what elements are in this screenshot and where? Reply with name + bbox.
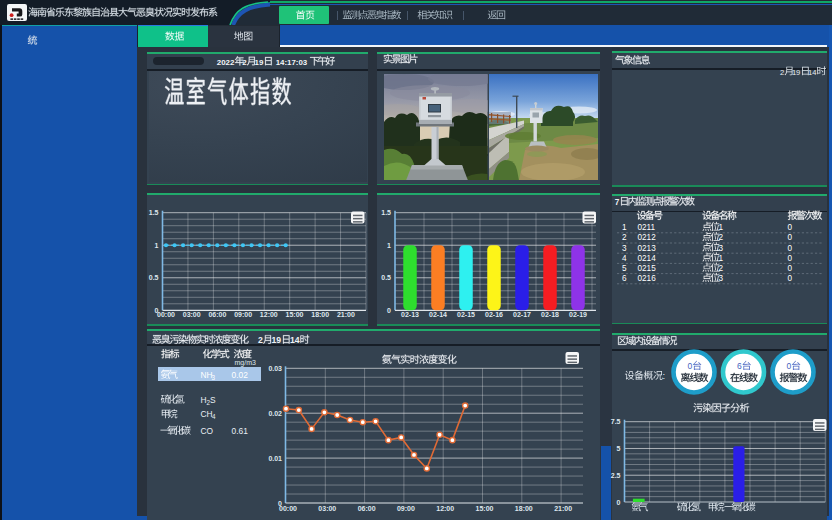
svg-text:0: 0 [788, 264, 793, 273]
svg-text:2: 2 [258, 335, 263, 345]
svg-text:18:00: 18:00 [515, 505, 533, 512]
svg-text:2022: 2022 [217, 58, 235, 67]
svg-text:12:00: 12:00 [260, 311, 278, 318]
svg-text:0215: 0215 [638, 264, 657, 273]
svg-text:0: 0 [617, 499, 621, 506]
svg-text:19: 19 [792, 68, 800, 77]
svg-text:6: 6 [737, 361, 742, 371]
svg-text:S: S [210, 395, 216, 405]
svg-text:19: 19 [255, 58, 264, 67]
svg-text:06:00: 06:00 [208, 311, 226, 318]
svg-text:02-15: 02-15 [457, 311, 475, 318]
svg-text:03:00: 03:00 [318, 505, 336, 512]
svg-text:3: 3 [718, 244, 723, 253]
svg-text:1: 1 [718, 223, 723, 232]
svg-text:0: 0 [788, 223, 793, 232]
svg-text:3: 3 [718, 274, 723, 283]
svg-text:09:00: 09:00 [397, 505, 415, 512]
svg-text:2: 2 [718, 233, 723, 242]
svg-text:09:00: 09:00 [234, 311, 252, 318]
svg-text:7.5: 7.5 [611, 418, 621, 425]
svg-text:0: 0 [788, 274, 793, 283]
svg-text:03:00: 03:00 [183, 311, 201, 318]
svg-text:02-13: 02-13 [401, 311, 419, 318]
svg-text:18:00: 18:00 [311, 311, 329, 318]
svg-text:02-14: 02-14 [429, 311, 447, 318]
svg-text:00:00: 00:00 [157, 311, 175, 318]
svg-text:02-18: 02-18 [541, 311, 559, 318]
svg-text:1.5: 1.5 [149, 209, 159, 216]
svg-text:3: 3 [212, 374, 216, 381]
svg-text:0.5: 0.5 [381, 274, 391, 281]
svg-text:02-17: 02-17 [513, 311, 531, 318]
svg-text:0.02: 0.02 [268, 410, 282, 417]
svg-text:0: 0 [687, 361, 692, 371]
svg-text:0: 0 [788, 233, 793, 242]
svg-text:2.5: 2.5 [611, 472, 621, 479]
svg-text:0: 0 [788, 254, 793, 263]
svg-text:21:00: 21:00 [337, 311, 355, 318]
svg-text:7: 7 [615, 198, 620, 207]
svg-text:0211: 0211 [638, 223, 656, 232]
svg-text:5: 5 [617, 445, 621, 452]
svg-text:CO: CO [201, 426, 214, 436]
svg-text:14:17:03: 14:17:03 [276, 58, 308, 67]
svg-text:0.01: 0.01 [268, 455, 282, 462]
svg-text:0.03: 0.03 [268, 365, 282, 372]
svg-text:15:00: 15:00 [476, 505, 494, 512]
svg-text:1: 1 [622, 223, 627, 232]
svg-text:6: 6 [622, 274, 627, 283]
svg-text:0213: 0213 [638, 244, 657, 253]
svg-text:00:00: 00:00 [279, 505, 297, 512]
svg-text:0216: 0216 [638, 274, 657, 283]
svg-text:CH: CH [201, 409, 213, 419]
svg-text:0.61: 0.61 [232, 426, 249, 436]
svg-text:0: 0 [788, 244, 793, 253]
svg-text:2: 2 [622, 233, 627, 242]
svg-text:06:00: 06:00 [358, 505, 376, 512]
svg-text:4: 4 [212, 413, 216, 420]
svg-text:14: 14 [808, 68, 816, 77]
svg-text:15:00: 15:00 [286, 311, 304, 318]
svg-text:12:00: 12:00 [436, 505, 454, 512]
svg-text:02-16: 02-16 [485, 311, 503, 318]
svg-text:1: 1 [718, 254, 723, 263]
svg-text:1.5: 1.5 [381, 209, 391, 216]
svg-text:0: 0 [387, 307, 391, 314]
svg-text:21:00: 21:00 [554, 505, 572, 512]
svg-text:4: 4 [622, 254, 627, 263]
svg-text:2: 2 [780, 68, 784, 77]
svg-text:19: 19 [272, 335, 282, 345]
svg-text:14: 14 [290, 335, 300, 345]
svg-text:0.5: 0.5 [149, 274, 159, 281]
svg-text:0212: 0212 [638, 233, 657, 242]
svg-text:mg/m3: mg/m3 [235, 359, 257, 367]
svg-text:02-19: 02-19 [569, 311, 587, 318]
svg-text:1: 1 [155, 242, 159, 249]
svg-text:0.02: 0.02 [232, 370, 249, 380]
svg-text:1: 1 [387, 242, 391, 249]
svg-text:5: 5 [622, 264, 627, 273]
svg-text::: : [663, 370, 666, 381]
svg-text:2: 2 [242, 58, 247, 67]
svg-text:0: 0 [786, 361, 791, 371]
svg-text:0214: 0214 [638, 254, 657, 263]
svg-text:2: 2 [718, 264, 723, 273]
svg-text:3: 3 [622, 244, 627, 253]
